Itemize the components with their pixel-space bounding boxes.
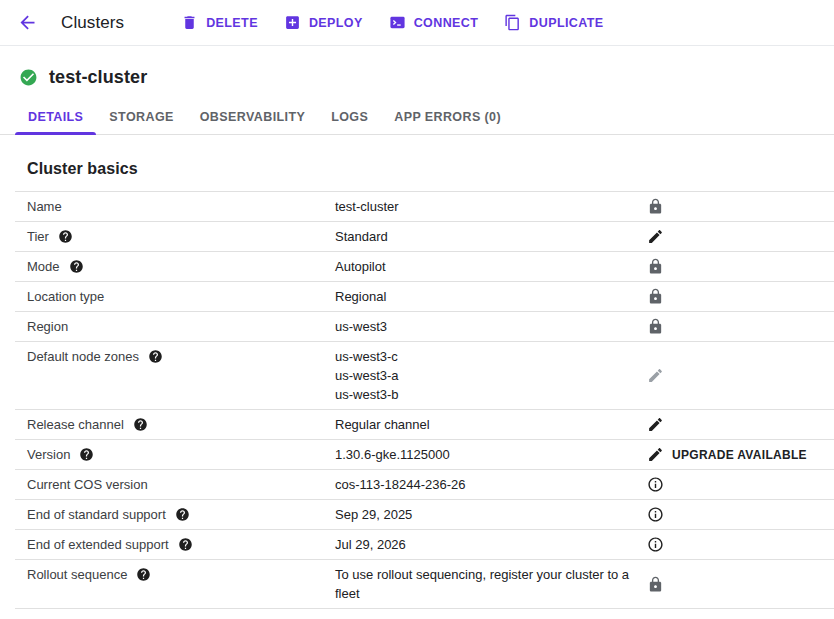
row-value: cos-113-18244-236-26 [335, 475, 647, 494]
help-icon[interactable] [148, 349, 163, 364]
edit-icon[interactable] [647, 228, 664, 245]
edit-icon[interactable] [647, 446, 664, 463]
info-icon[interactable] [647, 476, 664, 493]
cluster-header: test-cluster [0, 46, 834, 99]
lock-icon [647, 288, 664, 305]
tab-bar: DETAILS STORAGE OBSERVABILITY LOGS APP E… [0, 99, 834, 135]
help-icon[interactable] [69, 259, 84, 274]
tab-app-errors-0[interactable]: APP ERRORS (0) [381, 99, 514, 134]
action-label: CONNECT [414, 16, 479, 30]
row-value-line: us-west3-c [335, 347, 639, 366]
row-value-line: 1.30.6-gke.1125000 [335, 445, 639, 464]
tab-label: APP ERRORS (0) [394, 110, 501, 124]
row-value-line: Sep 29, 2025 [335, 505, 639, 524]
row-value: test-cluster [335, 197, 647, 216]
cluster-name: test-cluster [49, 67, 147, 88]
table-row: Location type Regional [15, 282, 834, 312]
row-label: Mode [27, 257, 60, 276]
row-value: us-west3-cus-west3-aus-west3-b [335, 347, 647, 404]
row-label: Version [27, 445, 70, 464]
delete-button[interactable]: DELETE [168, 6, 271, 39]
tab-storage[interactable]: STORAGE [96, 99, 186, 134]
table-row: Version 1.30.6-gke.1125000 UPGRADE AVAIL… [15, 440, 834, 470]
tab-logs[interactable]: LOGS [318, 99, 381, 134]
row-value-line: Regular channel [335, 415, 639, 434]
duplicate-icon [504, 14, 521, 31]
lock-icon [647, 198, 664, 215]
edit-icon[interactable] [647, 416, 664, 433]
row-label: Region [27, 317, 68, 336]
help-icon[interactable] [136, 567, 151, 582]
row-label: Release channel [27, 415, 124, 434]
tab-label: STORAGE [109, 110, 173, 124]
connect-icon [389, 14, 406, 31]
info-icon[interactable] [647, 506, 664, 523]
lock-icon [647, 258, 664, 275]
tab-details[interactable]: DETAILS [15, 99, 96, 134]
upgrade-available-button[interactable]: UPGRADE AVAILABLE [672, 448, 807, 462]
tab-label: OBSERVABILITY [200, 110, 305, 124]
row-label: Rollout sequence [27, 565, 127, 584]
row-label: Name [27, 197, 62, 216]
lock-icon [647, 318, 664, 335]
table-row: Tier Standard [15, 222, 834, 252]
help-icon[interactable] [79, 447, 94, 462]
row-value: Jul 29, 2026 [335, 535, 647, 554]
table-row: Default node zones us-west3-cus-west3-au… [15, 342, 834, 410]
row-value-line: Autopilot [335, 257, 639, 276]
info-icon[interactable] [647, 536, 664, 553]
row-value: Autopilot [335, 257, 647, 276]
edit-icon [647, 367, 664, 384]
row-label: End of standard support [27, 505, 166, 524]
row-value-line: test-cluster [335, 197, 639, 216]
toolbar: Clusters DELETE DEPLOY CONNECT DUPLICATE [0, 0, 834, 46]
check-circle-icon [19, 68, 38, 87]
cluster-basics-table: Name test-cluster Tier Standard Mode Aut… [15, 191, 834, 609]
row-value-line: us-west3-a [335, 366, 639, 385]
help-icon[interactable] [58, 229, 73, 244]
table-row: Region us-west3 [15, 312, 834, 342]
deploy-icon [284, 14, 301, 31]
row-value: Regular channel [335, 415, 647, 434]
table-row: Rollout sequence To use rollout sequenci… [15, 560, 834, 609]
table-row: Release channel Regular channel [15, 410, 834, 440]
row-label: Current COS version [27, 475, 148, 494]
row-value: 1.30.6-gke.1125000 [335, 445, 647, 464]
table-row: End of standard support Sep 29, 2025 [15, 500, 834, 530]
table-row: End of extended support Jul 29, 2026 [15, 530, 834, 560]
row-label: End of extended support [27, 535, 169, 554]
row-value: To use rollout sequencing, register your… [335, 565, 647, 603]
help-icon[interactable] [175, 507, 190, 522]
row-value-line: To use rollout sequencing, register your… [335, 565, 639, 603]
arrow-back-icon [17, 12, 38, 33]
row-value: Standard [335, 227, 647, 246]
back-button[interactable] [10, 6, 44, 40]
section-title: Cluster basics [27, 160, 834, 178]
toolbar-actions: DELETE DEPLOY CONNECT DUPLICATE [168, 6, 616, 39]
row-value-line: us-west3-b [335, 385, 639, 404]
tab-observability[interactable]: OBSERVABILITY [187, 99, 318, 134]
action-label: DUPLICATE [529, 16, 603, 30]
help-icon[interactable] [178, 537, 193, 552]
row-label: Default node zones [27, 347, 139, 366]
table-row: Current COS version cos-113-18244-236-26 [15, 470, 834, 500]
row-label: Location type [27, 287, 104, 306]
row-value-line: Regional [335, 287, 639, 306]
action-label: DELETE [206, 16, 258, 30]
row-value: us-west3 [335, 317, 647, 336]
row-value-line: us-west3 [335, 317, 639, 336]
table-row: Mode Autopilot [15, 252, 834, 282]
row-value: Sep 29, 2025 [335, 505, 647, 524]
tab-label: DETAILS [28, 110, 83, 124]
connect-button[interactable]: CONNECT [376, 6, 492, 39]
delete-icon [181, 14, 198, 31]
lock-icon [647, 576, 664, 593]
duplicate-button[interactable]: DUPLICATE [491, 6, 616, 39]
tab-label: LOGS [331, 110, 368, 124]
page-title: Clusters [61, 13, 124, 33]
row-label: Tier [27, 227, 49, 246]
row-value-line: Jul 29, 2026 [335, 535, 639, 554]
gke-cluster-details-page: Clusters DELETE DEPLOY CONNECT DUPLICATE… [0, 0, 834, 609]
deploy-button[interactable]: DEPLOY [271, 6, 376, 39]
help-icon[interactable] [133, 417, 148, 432]
